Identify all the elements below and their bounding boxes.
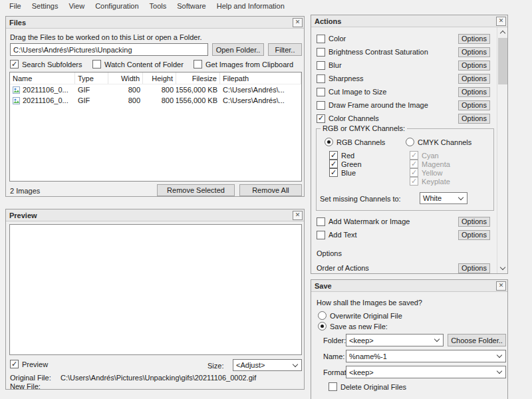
menu-software[interactable]: Software <box>172 1 211 11</box>
menu-help[interactable]: Help and Information <box>211 1 290 11</box>
file-path: C:\Users\Andrés\... <box>220 85 301 94</box>
actions-panel-header: Actions <box>311 15 507 27</box>
color-checkbox[interactable] <box>317 35 325 43</box>
options-heading: Options <box>317 249 342 257</box>
action-row-color: Color Options <box>317 33 490 44</box>
image-file-icon <box>13 86 20 94</box>
actions-scrollbar[interactable] <box>497 27 507 273</box>
color-channels-options-button[interactable]: Options <box>458 114 490 124</box>
watch-folder-checkbox[interactable] <box>92 60 101 68</box>
files-panel-title: Files <box>9 19 26 27</box>
save-folder-select[interactable]: <keep> <box>346 334 444 346</box>
channels-group-title: RGB or CMYK Channels: <box>321 124 407 132</box>
app-window: File Settings View Configuration Tools S… <box>0 0 532 399</box>
preview-checkbox[interactable] <box>10 360 19 368</box>
menu-file[interactable]: File <box>4 1 27 11</box>
remove-selected-button[interactable]: Remove Selected <box>157 184 235 196</box>
remove-all-button[interactable]: Remove All <box>239 184 302 196</box>
choose-folder-button[interactable]: Choose Folder.. <box>448 334 506 346</box>
cut-checkbox[interactable] <box>317 88 325 96</box>
size-select[interactable]: <Adjust> <box>233 359 302 371</box>
missing-channels-label: Set missing Channels to: <box>320 195 401 203</box>
magenta-checkbox <box>410 160 418 168</box>
open-folder-button[interactable]: Open Folder.. <box>212 43 264 56</box>
order-options-button[interactable]: Options <box>458 263 490 273</box>
action-row-sharpness: Sharpness Options <box>317 73 490 84</box>
blue-label: Blue <box>341 169 356 177</box>
add-text-checkbox[interactable] <box>317 231 325 239</box>
search-subfolders-row: Search Subfolders <box>10 60 82 68</box>
brightness-checkbox[interactable] <box>317 48 325 57</box>
table-row[interactable]: 20211106_0... GIF 800 800 1556,000 KB C:… <box>10 84 301 95</box>
menu-tools[interactable]: Tools <box>144 1 172 11</box>
clipboard-checkbox[interactable] <box>194 60 202 68</box>
close-icon[interactable] <box>496 17 506 26</box>
green-checkbox[interactable] <box>329 160 338 168</box>
cmyk-radio[interactable] <box>406 138 414 146</box>
save-panel: Save How shall the Images be saved? Over… <box>311 279 508 399</box>
folder-path-input[interactable]: C:\Users\Andrés\Pictures\Unpacking <box>10 43 208 56</box>
close-icon[interactable] <box>293 18 303 27</box>
filter-button[interactable]: Filter.. <box>268 43 302 56</box>
cyan-label: Cyan <box>422 152 439 160</box>
watermark-checkbox[interactable] <box>317 217 325 226</box>
clipboard-row: Get Images from Clipboard <box>194 60 293 68</box>
blur-options-button[interactable]: Options <box>458 61 490 70</box>
sharpness-options-button[interactable]: Options <box>458 74 490 84</box>
menu-view[interactable]: View <box>63 1 90 11</box>
cut-options-button[interactable]: Options <box>458 87 490 97</box>
sharpness-checkbox[interactable] <box>317 74 325 83</box>
color-channels-checkbox[interactable] <box>317 114 325 123</box>
scroll-up-icon[interactable] <box>497 27 508 37</box>
order-of-actions-label: Order of Actions <box>317 264 369 272</box>
save-format-value: <keep> <box>349 368 374 376</box>
size-label: Size: <box>207 362 223 370</box>
scroll-down-icon[interactable] <box>497 263 508 273</box>
keyplate-label: Keyplate <box>422 178 450 186</box>
action-row-brightness: Brightness Contrast Saturation Options <box>317 47 490 57</box>
green-channel-row: Green <box>329 160 362 168</box>
file-type: GIF <box>75 96 108 105</box>
scrollbar-thumb[interactable] <box>498 38 507 84</box>
menu-configuration[interactable]: Configuration <box>90 1 144 11</box>
column-filesize[interactable]: Filesize <box>176 72 220 84</box>
search-subfolders-checkbox[interactable] <box>10 60 19 68</box>
brightness-options-button[interactable]: Options <box>458 47 490 57</box>
yellow-checkbox <box>410 168 418 177</box>
column-width[interactable]: Width <box>108 72 143 84</box>
action-label: Color <box>329 35 346 43</box>
file-width: 800 <box>108 96 143 105</box>
original-file-label: Original File: <box>10 374 51 382</box>
delete-original-row: Delete Original Files <box>329 382 406 391</box>
menu-settings[interactable]: Settings <box>27 1 64 11</box>
search-subfolders-label: Search Subfolders <box>22 61 82 68</box>
save-name-value: %name%-1 <box>349 352 387 360</box>
column-type[interactable]: Type <box>75 72 108 84</box>
files-hint: Drag the Files to be worked on to this L… <box>10 33 202 41</box>
delete-original-checkbox[interactable] <box>329 382 337 391</box>
color-options-button[interactable]: Options <box>458 34 490 44</box>
rgb-radio[interactable] <box>325 138 333 146</box>
column-filepath[interactable]: Filepath <box>220 72 301 84</box>
actions-panel: Actions Color Options Brightness Contras… <box>311 15 508 274</box>
save-name-select[interactable]: %name%-1 <box>346 350 506 362</box>
table-row[interactable]: 20211106_0... GIF 800 800 1556,000 KB C:… <box>10 95 301 106</box>
column-name[interactable]: Name <box>10 72 75 84</box>
save-question: How shall the Images be saved? <box>317 299 422 307</box>
blur-checkbox[interactable] <box>317 61 325 70</box>
file-path: C:\Users\Andrés\... <box>220 96 301 105</box>
save-format-select[interactable]: <keep> <box>346 366 506 378</box>
overwrite-radio[interactable] <box>318 311 327 320</box>
frame-checkbox[interactable] <box>317 101 325 110</box>
red-checkbox[interactable] <box>329 151 338 160</box>
close-icon[interactable] <box>293 211 303 220</box>
watermark-options-button[interactable]: Options <box>458 217 490 227</box>
frame-options-button[interactable]: Options <box>458 100 490 110</box>
add-text-options-button[interactable]: Options <box>458 230 490 240</box>
save-new-radio[interactable] <box>318 322 327 331</box>
column-height[interactable]: Height <box>143 72 176 84</box>
blue-checkbox[interactable] <box>329 168 338 177</box>
close-icon[interactable] <box>496 281 506 291</box>
file-size: 1556,000 KB <box>176 85 220 94</box>
missing-channels-select[interactable]: White <box>420 192 467 204</box>
